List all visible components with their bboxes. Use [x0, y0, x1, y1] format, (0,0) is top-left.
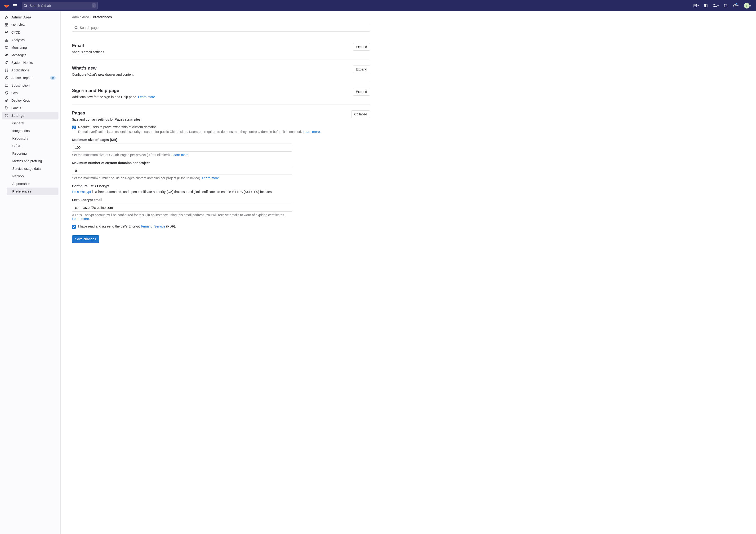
- section-signin: Sign-in and Help page Additional text fo…: [72, 82, 370, 105]
- expand-button[interactable]: Expand: [353, 65, 370, 73]
- sidebar-item-geo[interactable]: Geo: [2, 89, 59, 97]
- sidebar-item-labels[interactable]: Labels: [2, 104, 59, 112]
- location-icon: [5, 91, 9, 95]
- help-text: Set the maximum number of GitLab Pages c…: [72, 176, 202, 180]
- tos-link[interactable]: Terms of Service: [141, 224, 165, 228]
- todos-icon[interactable]: [722, 2, 729, 10]
- svg-rect-0: [13, 4, 17, 5]
- form-group-configure-le: Configure Let's Encrypt Let's Encrypt is…: [72, 184, 292, 194]
- sidebar-item-deploykeys[interactable]: Deploy Keys: [2, 97, 59, 104]
- admin-icon: [5, 15, 9, 19]
- help-text: Domain verification is an essential secu…: [78, 130, 303, 134]
- sidebar-subitem-appearance[interactable]: Appearance: [7, 180, 59, 188]
- desc-post: drawer and content.: [104, 73, 135, 76]
- sidebar-item-cicd[interactable]: CI/CD: [2, 29, 59, 36]
- svg-rect-32: [5, 71, 6, 72]
- sidebar-item-label: System Hooks: [12, 61, 33, 64]
- section-whatsnew: What's new Configure What's new drawer a…: [72, 60, 370, 82]
- sidebar-item-abusereports[interactable]: Abuse Reports 0: [2, 74, 59, 82]
- checkbox-help: Domain verification is an essential secu…: [78, 130, 370, 134]
- form-group-max-size: Maximum size of pages (MB) Set the maxim…: [72, 138, 292, 157]
- sidebar-item-label: Geo: [12, 91, 17, 95]
- svg-point-29: [7, 61, 8, 62]
- sidebar-item-subscription[interactable]: Subscription: [2, 82, 59, 89]
- learn-more-link[interactable]: Learn more.: [303, 130, 320, 134]
- sidebar-title-label: Admin Area: [12, 15, 31, 19]
- search-icon: [24, 4, 27, 8]
- checkbox-input[interactable]: [72, 225, 76, 229]
- chevron-right-icon: ›: [91, 15, 91, 19]
- svg-rect-25: [5, 46, 8, 48]
- learn-more-link[interactable]: Learn more.: [172, 153, 189, 157]
- breadcrumb-parent[interactable]: Admin Area: [72, 15, 89, 19]
- svg-rect-36: [5, 84, 8, 87]
- learn-more-link[interactable]: Learn more.: [72, 217, 90, 221]
- merge-requests-dropdown[interactable]: ▾: [711, 2, 721, 10]
- sidebar-item-systemhooks[interactable]: System Hooks: [2, 59, 59, 66]
- sidebar-item-analytics[interactable]: Analytics: [2, 36, 59, 44]
- sidebar-title[interactable]: Admin Area: [2, 13, 59, 21]
- cb-post: (PDF).: [165, 224, 176, 228]
- form-label: Maximum number of custom domains per pro…: [72, 161, 292, 165]
- sidebar-item-monitoring[interactable]: Monitoring: [2, 44, 59, 51]
- sidebar-subitem-integrations[interactable]: Integrations: [7, 127, 59, 135]
- page-search-input[interactable]: [72, 24, 370, 32]
- sidebar-subitem-general[interactable]: General: [7, 119, 59, 127]
- section-desc: Additional text for the sign-in and Help…: [72, 95, 156, 99]
- max-domains-input[interactable]: [72, 167, 292, 175]
- sidebar-subitem-repository[interactable]: Repository: [7, 135, 59, 142]
- create-dropdown[interactable]: ▾: [691, 2, 701, 10]
- save-changes-button[interactable]: Save changes: [72, 235, 99, 243]
- sidebar-item-label: Abuse Reports: [12, 76, 33, 80]
- sidebar-item-messages[interactable]: Messages: [2, 51, 59, 59]
- svg-rect-8: [704, 4, 707, 7]
- sidebar-subitem-serviceusage[interactable]: Service usage data: [7, 165, 59, 172]
- max-size-input[interactable]: [72, 143, 292, 152]
- help-dropdown[interactable]: ▾: [730, 2, 741, 10]
- megaphone-icon: [5, 53, 9, 57]
- expand-button[interactable]: Expand: [353, 88, 370, 95]
- header-search-input[interactable]: [22, 2, 97, 10]
- svg-rect-18: [5, 25, 6, 26]
- collapse-button[interactable]: Collapse: [351, 111, 370, 118]
- rocket-icon: [5, 31, 9, 34]
- svg-point-10: [714, 4, 715, 5]
- sidebar-item-label: Labels: [12, 106, 21, 110]
- help-text: Set the maximum size of GitLab Pages per…: [72, 153, 172, 157]
- slash-icon: [5, 76, 9, 80]
- svg-point-41: [6, 107, 6, 108]
- sidebar-subitem-network[interactable]: Network: [7, 172, 59, 180]
- sidebar-subitem-preferences[interactable]: Preferences: [7, 188, 59, 195]
- user-menu[interactable]: ◈ ▾: [742, 2, 752, 10]
- le-email-input[interactable]: [72, 204, 292, 212]
- breadcrumb: Admin Area › Preferences: [72, 15, 752, 19]
- gitlab-logo-icon[interactable]: [4, 3, 10, 9]
- chevron-down-icon: ▾: [737, 5, 739, 7]
- svg-point-3: [24, 4, 27, 7]
- sidebar-subitem-cicd[interactable]: CI/CD: [7, 142, 59, 150]
- sidebar-item-overview[interactable]: Overview: [2, 21, 59, 29]
- lets-encrypt-link[interactable]: Let's Encrypt: [72, 190, 91, 194]
- form-group-max-domains: Maximum number of custom domains per pro…: [72, 161, 292, 180]
- checkbox-input[interactable]: [72, 126, 76, 129]
- svg-rect-31: [7, 69, 8, 70]
- sidebar-item-label: Settings: [12, 114, 24, 117]
- desc-text: Additional text for the sign-in and Help…: [72, 95, 138, 99]
- issues-icon[interactable]: [702, 2, 710, 10]
- sidebar-subitem-reporting[interactable]: Reporting: [7, 150, 59, 157]
- svg-line-4: [26, 6, 27, 7]
- svg-point-11: [714, 6, 715, 7]
- page-search: [72, 24, 370, 32]
- expand-button[interactable]: Expand: [353, 43, 370, 51]
- svg-point-12: [716, 6, 716, 7]
- learn-more-link[interactable]: Learn more.: [202, 176, 220, 180]
- sidebar-subitem-metrics[interactable]: Metrics and profiling: [7, 157, 59, 165]
- sidebar-item-settings[interactable]: Settings: [2, 112, 59, 119]
- sidebar-item-applications[interactable]: Applications: [2, 66, 59, 74]
- svg-rect-9: [705, 4, 706, 7]
- learn-more-link[interactable]: Learn more.: [138, 95, 156, 99]
- hamburger-menu-icon[interactable]: [12, 2, 19, 10]
- cb-pre: I have read and agree to the Let's Encry…: [78, 224, 141, 228]
- checkbox-tos-agree: I have read and agree to the Let's Encry…: [72, 224, 370, 229]
- section-title: Sign-in and Help page: [72, 88, 156, 93]
